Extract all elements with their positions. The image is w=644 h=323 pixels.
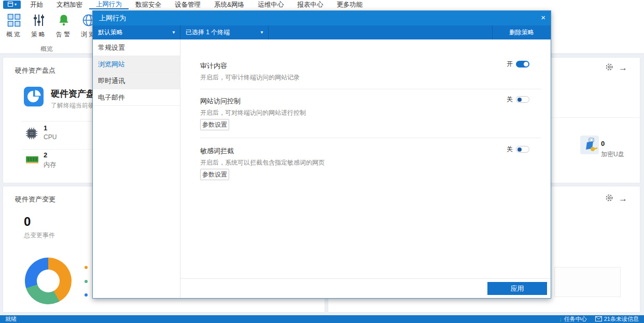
download-arrow-icon: ↓ [559,316,562,322]
gear-icon[interactable] [605,194,613,204]
cpu-icon [25,127,38,141]
access-toggle[interactable] [516,96,529,103]
access-param-settings-button[interactable]: 参数设置 [200,119,229,130]
app-menu-button[interactable]: ▾ [3,1,21,9]
grid-icon [1,12,27,29]
pie-app-icon [24,87,44,108]
apply-button[interactable]: 应用 [487,282,547,295]
delete-policy-button[interactable]: 删除策略 [492,25,551,39]
total-change-count: 0 [24,214,31,229]
card-title: 硬件资产盘点 [15,66,55,75]
dialog-title-bar: 上网行为 × [93,11,551,25]
menu-item-data-security[interactable]: 数据安全 [129,0,168,9]
menu-item-report-center[interactable]: 报表中心 [290,0,330,9]
section-access-title: 网站访问控制 [200,97,241,106]
chevron-down-icon: ▼ [260,25,264,39]
ribbon-group-label: 概览 [0,45,93,53]
arrow-right-icon[interactable]: → [619,63,627,72]
menu-item-start[interactable]: 开始 [23,0,50,9]
cpu-label: CPU [44,133,57,141]
section-access-desc: 开启后，可对终端访问的网站进行控制 [200,109,306,117]
toggle-state-label: 开 [507,60,513,69]
menu-item-ops-center[interactable]: 运维中心 [251,0,290,9]
dialog-content: 审计内容 开 开启后，可审计终端访问的网站记录 网站访问控制 关 开启后，可对终… [180,39,551,278]
audit-toggle[interactable] [516,61,529,68]
sensitive-toggle[interactable] [516,146,529,153]
menu-item-internet-behavior[interactable]: 上网行为 [89,0,129,9]
nav-item-email[interactable]: 电子邮件 [93,89,180,106]
card-title: 硬件资产变更 [15,195,55,204]
section-audit-desc: 开启后，可审计终端访问的网站记录 [200,73,300,82]
nav-item-general[interactable]: 常规设置 [93,39,180,56]
menu-item-system-network[interactable]: 系统&网络 [207,0,251,9]
menu-bar: ▾ 开始 文档加密 上网行为 数据安全 设备管理 系统&网络 运维中心 报表中心… [0,0,644,9]
legend-dot [85,293,88,297]
app-window-icon [7,1,13,9]
legend-dot [85,266,88,269]
policy-select[interactable]: 默认策略 ▼ [93,25,180,39]
section-audit-title: 审计内容 [200,61,227,71]
dialog-toolbar: 默认策略 ▼ 已选择 1 个终端 ▼ 删除策略 [93,25,551,39]
internet-behavior-dialog: 上网行为 × 默认策略 ▼ 已选择 1 个终端 ▼ 删除策略 常规设置 浏览网站… [92,10,551,299]
menu-item-more[interactable]: 更多功能 [330,0,369,9]
dialog-title: 上网行为 [99,14,126,22]
usb-count: 0 [601,140,605,147]
cpu-count: 1 [44,124,47,132]
nav-item-browse-web[interactable]: 浏览网站 [93,56,180,73]
tool-overview[interactable]: 概览 [1,12,27,39]
bell-icon [51,12,77,29]
status-text: 就绪 [5,315,17,323]
encrypted-usb-icon [580,136,599,156]
envelope-icon [595,316,602,322]
tool-alert[interactable]: 告警 [51,12,77,39]
access-toggle-row: 关 [507,95,529,104]
tool-policy[interactable]: 策略 [26,12,52,39]
unread-messages-button[interactable]: 21条未读信息 [595,315,639,323]
arrow-right-icon[interactable]: → [619,194,627,203]
toggle-state-label: 关 [507,145,513,154]
chevron-down-icon: ▾ [15,3,17,7]
section-sensitive-title: 敏感词拦截 [200,146,234,156]
task-center-button[interactable]: ↓ 任务中心 [559,315,587,323]
sliders-icon [26,12,52,29]
sensitive-toggle-row: 关 [507,145,529,154]
terminal-select[interactable]: 已选择 1 个终端 ▼ [180,25,269,39]
legend-dot [85,280,88,283]
toggle-state-label: 关 [507,95,513,104]
audit-toggle-row: 开 [507,60,529,69]
chevron-down-icon: ▼ [172,25,176,39]
memory-icon [25,155,39,166]
empty-panel [554,267,621,297]
usb-label: 加密U盘 [601,150,624,159]
memory-count: 2 [44,151,47,159]
dialog-nav: 常规设置 浏览网站 即时通讯 电子邮件 [93,39,180,298]
status-bar: 就绪 ↓ 任务中心 21条未读信息 [0,315,644,323]
section-sensitive-desc: 开启后，系统可以拦截包含指定敏感词的网页 [200,158,325,167]
memory-label: 内存 [44,160,56,169]
nav-item-im[interactable]: 即时通讯 [93,73,180,89]
menu-item-device-management[interactable]: 设备管理 [168,0,207,9]
gear-icon[interactable] [605,63,613,73]
dialog-footer: 应用 [180,278,551,298]
close-icon[interactable]: × [541,14,545,21]
sensitive-param-settings-button[interactable]: 参数设置 [200,169,229,180]
menu-item-doc-encryption[interactable]: 文档加密 [50,0,89,9]
donut-chart [25,258,72,304]
total-change-label: 总变更事件 [24,231,55,240]
